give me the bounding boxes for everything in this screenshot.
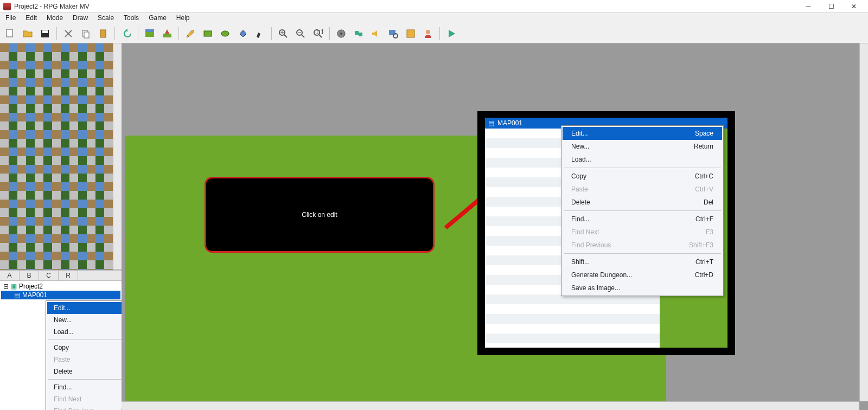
- menu-draw[interactable]: Draw: [72, 14, 89, 23]
- character-generator-icon[interactable]: [421, 27, 435, 41]
- resource-manager-icon[interactable]: [404, 27, 418, 41]
- menu-shortcut: Ctrl+C: [695, 172, 713, 180]
- menu-label: Find Previous: [54, 407, 93, 410]
- map-scrollbar-v[interactable]: [859, 43, 868, 401]
- copy-icon[interactable]: [79, 27, 93, 41]
- svg-rect-6: [145, 31, 154, 37]
- left-panel: A B C R ⊟ ▣ Project2 ▤ MAP001 Edit...Spa…: [0, 43, 122, 410]
- menu-label: Find Next: [571, 228, 599, 236]
- undo-icon[interactable]: [119, 27, 133, 41]
- menu-item-find-previous: Find PreviousShift+F3: [563, 239, 722, 252]
- svg-rect-17: [355, 31, 359, 35]
- open-project-icon[interactable]: [21, 27, 35, 41]
- menu-label: Copy: [571, 172, 586, 180]
- fill-icon[interactable]: [235, 27, 250, 41]
- event-search-icon[interactable]: [386, 27, 400, 41]
- menu-mode[interactable]: Mode: [46, 14, 64, 23]
- pencil-icon[interactable]: [183, 27, 197, 41]
- menu-shortcut: Ctrl+V: [695, 185, 713, 193]
- menu-item-save-as-image[interactable]: Save as Image...: [563, 281, 722, 294]
- menu-label: Edit...: [571, 130, 588, 137]
- titlebar: Project2 - RPG Maker MV ─ ☐ ✕: [0, 0, 868, 13]
- menu-label: Save as Image...: [571, 284, 620, 292]
- svg-rect-2: [42, 30, 48, 33]
- tileset-scrollbar[interactable]: [113, 43, 122, 270]
- database-icon[interactable]: [334, 27, 348, 41]
- menu-item-new[interactable]: New...Return: [563, 140, 722, 153]
- sound-test-icon[interactable]: [369, 27, 383, 41]
- menu-shortcut: Ctrl+T: [695, 258, 713, 266]
- maximize-button[interactable]: ☐: [820, 1, 842, 12]
- svg-point-16: [340, 33, 342, 35]
- event-mode-icon[interactable]: [160, 27, 174, 41]
- svg-text:1:1: 1:1: [315, 28, 323, 36]
- svg-rect-9: [204, 31, 212, 36]
- close-button[interactable]: ✕: [843, 1, 865, 12]
- menu-label: Find Previous: [571, 241, 611, 249]
- tree-map-label: MAP001: [22, 291, 47, 299]
- map-tree[interactable]: ⊟ ▣ Project2 ▤ MAP001 Edit...SpaceNew...…: [0, 281, 122, 410]
- menu-item-copy[interactable]: CopyCtrl+C: [563, 170, 722, 183]
- tileset-panel[interactable]: [0, 43, 122, 270]
- ellipse-icon[interactable]: [218, 27, 232, 41]
- map-scrollbar-h[interactable]: [122, 401, 859, 410]
- svg-rect-21: [407, 30, 414, 37]
- zoom-header-label: MAP001: [497, 119, 522, 127]
- menu-item-paste: PasteCtrl+V: [563, 183, 722, 196]
- menu-label: New...: [54, 316, 72, 324]
- menu-file[interactable]: File: [4, 14, 17, 23]
- svg-rect-28: [0, 43, 122, 270]
- minimize-button[interactable]: ─: [797, 1, 819, 12]
- tab-r[interactable]: R: [59, 271, 78, 280]
- cut-icon[interactable]: [61, 27, 75, 41]
- menu-shortcut: Shift+F3: [689, 241, 713, 249]
- svg-rect-5: [100, 30, 106, 37]
- menu-item-find-next: Find NextF3: [563, 226, 722, 239]
- tab-c[interactable]: C: [39, 271, 59, 280]
- menu-shortcut: Space: [695, 130, 713, 137]
- tab-a[interactable]: A: [0, 271, 20, 280]
- map-context-menu-zoomed: Edit...SpaceNew...ReturnLoad...CopyCtrl+…: [561, 125, 724, 296]
- paste-icon[interactable]: [96, 27, 110, 41]
- zoom-in-icon[interactable]: [276, 27, 290, 41]
- menu-scale[interactable]: Scale: [97, 14, 115, 23]
- menu-item-edit[interactable]: Edit...Space: [563, 127, 722, 140]
- menu-tools[interactable]: Tools: [123, 14, 140, 23]
- menu-item-find[interactable]: Find...Ctrl+F: [563, 213, 722, 226]
- menu-shortcut: Return: [694, 143, 713, 150]
- menu-help[interactable]: Help: [175, 14, 191, 23]
- menubar: File Edit Mode Draw Scale Tools Game Hel…: [0, 13, 868, 24]
- plugin-manager-icon[interactable]: [352, 27, 366, 41]
- menu-game[interactable]: Game: [148, 14, 168, 23]
- tileset-tabs: A B C R: [0, 270, 122, 281]
- menu-item-delete[interactable]: DeleteDel: [563, 196, 722, 209]
- new-project-icon[interactable]: [3, 27, 17, 41]
- menu-label: Edit...: [54, 304, 71, 312]
- zoom-actual-icon[interactable]: 1:1: [311, 27, 325, 41]
- annotation-callout: Click on edit: [205, 177, 435, 253]
- menu-label: Shift...: [571, 258, 590, 266]
- window-controls: ─ ☐ ✕: [797, 1, 865, 12]
- playtest-icon[interactable]: [444, 27, 458, 41]
- menu-label: Delete: [54, 368, 73, 375]
- map-icon: ▤: [14, 291, 20, 299]
- svg-rect-7: [145, 29, 154, 32]
- tree-root[interactable]: ⊟ ▣ Project2: [1, 282, 120, 291]
- menu-item-generate-dungeon[interactable]: Generate Dungeon...Ctrl+D: [563, 268, 722, 281]
- rectangle-icon[interactable]: [201, 27, 215, 41]
- map-mode-icon[interactable]: [143, 27, 157, 41]
- tree-map-item[interactable]: ▤ MAP001: [1, 291, 120, 299]
- tab-b[interactable]: B: [20, 271, 39, 280]
- menu-label: Load...: [54, 328, 74, 336]
- menu-item-load[interactable]: Load...: [563, 153, 722, 166]
- svg-rect-8: [163, 34, 171, 37]
- callout-text: Click on edit: [302, 211, 337, 219]
- menu-edit[interactable]: Edit: [24, 14, 38, 23]
- save-icon[interactable]: [38, 27, 52, 41]
- zoom-out-icon[interactable]: [293, 27, 308, 41]
- menu-label: Delete: [571, 198, 590, 206]
- menu-shortcut: Del: [704, 198, 713, 206]
- shadow-pen-icon[interactable]: [253, 27, 267, 41]
- menu-item-shift[interactable]: Shift...Ctrl+T: [563, 255, 722, 268]
- svg-rect-18: [359, 33, 362, 36]
